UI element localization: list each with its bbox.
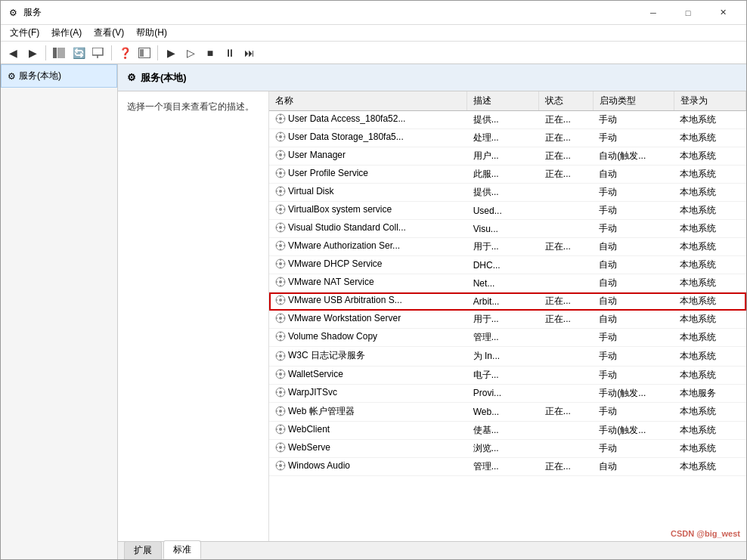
service-desc-cell: 用于... — [467, 238, 539, 256]
svg-point-110 — [279, 428, 282, 431]
menu-bar: 文件(F) 操作(A) 查看(V) 帮助(H) — [1, 25, 746, 42]
service-name-cell: WebServe — [269, 440, 467, 458]
service-name-cell: VMware USB Arbitration S... — [269, 292, 467, 311]
table-row[interactable]: WarpJITSvcProvi...手动(触发...本地服务 — [269, 384, 746, 402]
service-name-cell: WebClient — [269, 422, 467, 440]
svg-point-20 — [279, 153, 282, 156]
sidebar-item-services[interactable]: ⚙ 服务(本地) — [1, 64, 117, 88]
svg-point-92 — [279, 373, 282, 376]
svg-point-32 — [279, 190, 282, 193]
service-startup-cell: 手动(触发... — [593, 422, 674, 440]
show-hide-button[interactable] — [50, 44, 68, 62]
back-button[interactable]: ◀ — [4, 44, 22, 62]
menu-view[interactable]: 查看(V) — [88, 25, 130, 41]
service-name-cell: Web 帐户管理器 — [269, 402, 467, 422]
service-name-cell: User Profile Service — [269, 166, 467, 184]
tab-standard[interactable]: 标准 — [163, 540, 201, 559]
tab-bar: 扩展 标准 — [118, 541, 746, 559]
description-panel: 选择一个项目来查看它的描述。 — [118, 91, 269, 541]
service-desc-cell: 使基... — [467, 422, 539, 440]
table-row[interactable]: Windows Audio管理...正在...自动本地系统 — [269, 458, 746, 476]
service-desc-cell: 为 In... — [467, 347, 539, 367]
table-row[interactable]: VMware NAT ServiceNet...自动本地系统 — [269, 274, 746, 292]
close-button[interactable]: ✕ — [705, 1, 740, 25]
service-name-cell: Windows Audio — [269, 458, 467, 476]
service-startup-cell: 手动 — [593, 184, 674, 202]
col-header-status[interactable]: 状态 — [539, 91, 593, 111]
maximize-button[interactable]: □ — [671, 1, 705, 25]
service-login-cell: 本地系统 — [674, 111, 745, 129]
table-row[interactable]: WebClient使基...手动(触发...本地系统 — [269, 422, 746, 440]
svg-rect-6 — [140, 49, 144, 57]
service-desc-cell: 提供... — [467, 184, 539, 202]
service-status-cell — [539, 329, 593, 347]
service-name-cell: User Data Storage_180fa5... — [269, 129, 467, 147]
minimize-button[interactable]: ─ — [636, 1, 671, 25]
service-rows: User Data Access_180fa52...提供...正在...手动本… — [269, 111, 746, 476]
table-row[interactable]: Virtual Disk提供...手动本地系统 — [269, 184, 746, 202]
two-panel: 选择一个项目来查看它的描述。 名称 描述 状态 启动类型 — [118, 91, 746, 541]
service-name-cell: Volume Shadow Copy — [269, 329, 467, 347]
svg-point-56 — [279, 262, 282, 265]
service-login-cell: 本地系统 — [674, 311, 745, 329]
table-row[interactable]: WalletService电子...手动本地系统 — [269, 366, 746, 384]
service-startup-cell: 手动 — [593, 111, 674, 129]
service-startup-cell: 自动 — [593, 238, 674, 256]
table-row[interactable]: WebServe浏览...手动本地系统 — [269, 440, 746, 458]
svg-point-68 — [279, 299, 282, 302]
table-row[interactable]: User Manager用户...正在...自动(触发...本地系统 — [269, 147, 746, 166]
play-button[interactable]: ▶ — [162, 44, 180, 62]
service-desc-cell: Visu... — [467, 220, 539, 238]
toolbar-sep-1 — [45, 45, 46, 60]
toolbar: ◀ ▶ 🔄 ❓ ▶ ▷ ■ ⏸ ⏭ — [1, 42, 746, 64]
table-row[interactable]: Volume Shadow Copy管理...手动本地系统 — [269, 329, 746, 347]
tab-expand[interactable]: 扩展 — [124, 541, 162, 559]
menu-help[interactable]: 帮助(H) — [130, 25, 173, 41]
col-header-name[interactable]: 名称 — [269, 91, 467, 111]
table-row[interactable]: Visual Studio Standard Coll...Visu...手动本… — [269, 220, 746, 238]
service-desc-cell: 用户... — [467, 147, 539, 166]
service-login-cell: 本地系统 — [674, 238, 745, 256]
sidebar: ⚙ 服务(本地) — [1, 64, 118, 559]
forward-button[interactable]: ▶ — [23, 44, 42, 62]
service-desc-cell: Arbit... — [467, 292, 539, 311]
svg-point-116 — [279, 446, 282, 449]
service-login-cell: 本地系统 — [674, 422, 745, 440]
table-header: 名称 描述 状态 启动类型 登录为 — [269, 91, 746, 111]
table-row[interactable]: VMware Authorization Ser...用于...正在...自动本… — [269, 238, 746, 256]
menu-file[interactable]: 文件(F) — [4, 25, 45, 41]
col-header-startup[interactable]: 启动类型 — [593, 91, 674, 111]
console-button[interactable] — [135, 44, 153, 62]
pause-button[interactable]: ⏸ — [221, 44, 239, 62]
service-status-cell — [539, 256, 593, 274]
restart-button[interactable]: ⏭ — [240, 44, 259, 62]
service-name-cell: User Data Access_180fa52... — [269, 111, 467, 129]
table-row[interactable]: W3C 日志记录服务为 In...手动本地系统 — [269, 347, 746, 367]
col-header-login[interactable]: 登录为 — [674, 91, 745, 111]
window-controls: ─ □ ✕ — [636, 1, 740, 25]
table-scroll[interactable]: 名称 描述 状态 启动类型 登录为 User Data Access_180fa… — [269, 91, 746, 541]
header-icon: ⚙ — [127, 72, 136, 83]
table-row[interactable]: User Data Storage_180fa5...处理...正在...手动本… — [269, 129, 746, 147]
refresh-button[interactable]: 🔄 — [70, 44, 88, 62]
play2-button[interactable]: ▷ — [181, 44, 200, 62]
table-row[interactable]: Web 帐户管理器Web...正在...手动本地系统 — [269, 402, 746, 422]
service-startup-cell: 自动(触发... — [593, 147, 674, 166]
table-row[interactable]: User Profile Service此服...正在...自动本地系统 — [269, 166, 746, 184]
stop-button[interactable]: ■ — [201, 44, 219, 62]
col-header-desc[interactable]: 描述 — [467, 91, 539, 111]
service-name-cell: VMware DHCP Service — [269, 256, 467, 274]
table-row[interactable]: VMware Workstation Server用于...正在...自动本地系… — [269, 311, 746, 329]
help-button[interactable]: ❓ — [116, 44, 134, 62]
table-row[interactable]: VirtualBox system serviceUsed...手动本地系统 — [269, 202, 746, 220]
toolbar-sep-3 — [157, 45, 158, 60]
window-icon: ⚙ — [7, 7, 19, 19]
table-row[interactable]: VMware USB Arbitration S...Arbit...正在...… — [269, 292, 746, 311]
menu-action[interactable]: 操作(A) — [45, 25, 88, 41]
table-row[interactable]: VMware DHCP ServiceDHC...自动本地系统 — [269, 256, 746, 274]
toolbar-sep-2 — [111, 45, 112, 60]
service-status-cell — [539, 220, 593, 238]
export-button[interactable] — [89, 44, 107, 62]
svg-rect-1 — [57, 48, 65, 58]
table-row[interactable]: User Data Access_180fa52...提供...正在...手动本… — [269, 111, 746, 129]
